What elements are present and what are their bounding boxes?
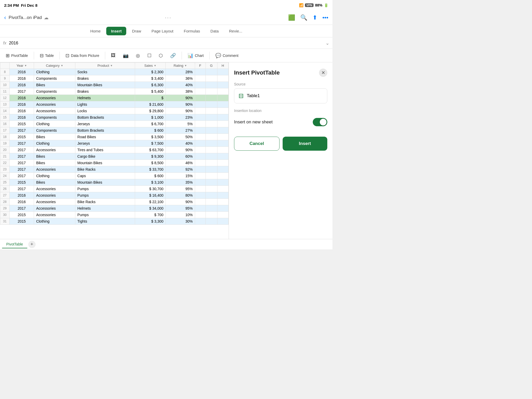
cell-product[interactable]: Bike Racks xyxy=(75,166,135,173)
cell-category[interactable]: Bikes xyxy=(34,179,75,186)
cell-sales[interactable]: $ 33,700 xyxy=(135,166,166,173)
cell-sales[interactable]: $ 1,000 xyxy=(135,114,166,121)
table-row[interactable]: 8 2016 Clothing Socks $ 2,300 28% xyxy=(0,69,229,75)
cell-f[interactable] xyxy=(195,121,205,127)
cell-year[interactable]: 2017 xyxy=(10,166,34,173)
cell-year[interactable]: 2017 xyxy=(10,186,34,192)
tab-home[interactable]: Home xyxy=(85,27,105,35)
year-filter-icon[interactable]: ▼ xyxy=(24,64,27,67)
cell-rating[interactable]: 35% xyxy=(166,179,195,186)
cell-rating[interactable]: 80% xyxy=(166,192,195,199)
cell-product[interactable]: Pumps xyxy=(75,186,135,192)
cell-rating[interactable]: 90% xyxy=(166,147,195,153)
table-row[interactable]: 28 2016 Accessories Bike Racks $ 22,100 … xyxy=(0,199,229,205)
cell-g[interactable] xyxy=(205,114,217,121)
cell-g[interactable] xyxy=(205,153,217,160)
cell-g[interactable] xyxy=(205,218,217,225)
back-button[interactable]: ‹ xyxy=(4,14,6,21)
shapes-button[interactable]: ◎ xyxy=(133,51,143,60)
cell-year[interactable]: 2017 xyxy=(10,147,34,153)
cell-rating[interactable]: 10% xyxy=(166,212,195,218)
cell-category[interactable]: Accessories xyxy=(34,166,75,173)
cell-g[interactable] xyxy=(205,212,217,218)
sales-filter-icon[interactable]: ▼ xyxy=(154,64,156,67)
cell-sales[interactable]: $ 3,400 xyxy=(135,75,166,82)
cell-f[interactable] xyxy=(195,134,205,140)
cell-h[interactable] xyxy=(217,108,229,114)
table-row[interactable]: 23 2017 Accessories Bike Racks $ 33,700 … xyxy=(0,166,229,173)
cell-product[interactable]: Jerseys xyxy=(75,121,135,127)
cell-year[interactable]: 2016 xyxy=(10,95,34,101)
cell-year[interactable]: 2016 xyxy=(10,101,34,108)
cell-rating[interactable]: 40% xyxy=(166,82,195,88)
cell-product[interactable]: Helmets xyxy=(75,95,135,101)
cell-g[interactable] xyxy=(205,127,217,134)
cancel-button[interactable]: Cancel xyxy=(234,137,280,151)
cell-h[interactable] xyxy=(217,218,229,225)
tab-insert[interactable]: Insert xyxy=(106,27,126,35)
scanner-button[interactable]: ⬡ xyxy=(156,51,165,60)
cell-f[interactable] xyxy=(195,140,205,147)
table-row[interactable]: 11 2017 Components Brakes $ 5,400 38% xyxy=(0,88,229,95)
cell-year[interactable]: 2017 xyxy=(10,173,34,179)
cell-g[interactable] xyxy=(205,160,217,166)
cell-f[interactable] xyxy=(195,88,205,95)
tab-data[interactable]: Data xyxy=(206,27,223,35)
cell-year[interactable]: 2015 xyxy=(10,134,34,140)
pivottable-button[interactable]: ⊞ PivotTable xyxy=(3,51,31,60)
cell-rating[interactable]: 30% xyxy=(166,218,195,225)
cell-rating[interactable]: 38% xyxy=(166,88,195,95)
tab-page-layout[interactable]: Page Layout xyxy=(147,27,178,35)
cell-sales[interactable]: $ 30,700 xyxy=(135,186,166,192)
cell-product[interactable]: Bike Racks xyxy=(75,199,135,205)
formula-expand-icon[interactable]: ⌄ xyxy=(325,40,329,46)
cell-g[interactable] xyxy=(205,88,217,95)
cell-h[interactable] xyxy=(217,173,229,179)
cell-year[interactable]: 2016 xyxy=(10,108,34,114)
cell-h[interactable] xyxy=(217,95,229,101)
table-row[interactable]: 17 2017 Components Bottom Brackets $ 600… xyxy=(0,127,229,134)
cell-year[interactable]: 2016 xyxy=(10,69,34,75)
col-header-sales[interactable]: Sales ▼ xyxy=(135,63,166,69)
cell-sales[interactable]: $ 8,500 xyxy=(135,160,166,166)
cell-category[interactable]: Clothing xyxy=(34,121,75,127)
cell-g[interactable] xyxy=(205,101,217,108)
cell-product[interactable]: Jerseys xyxy=(75,140,135,147)
table-row[interactable]: 9 2016 Components Brakes $ 3,400 36% xyxy=(0,75,229,82)
cell-f[interactable] xyxy=(195,69,205,75)
cell-sales[interactable]: $ 5,400 xyxy=(135,88,166,95)
insert-new-sheet-toggle[interactable] xyxy=(313,118,327,126)
cell-sales[interactable]: $ 21,600 xyxy=(135,101,166,108)
cell-f[interactable] xyxy=(195,192,205,199)
cell-category[interactable]: Accessories xyxy=(34,108,75,114)
cell-category[interactable]: Accessories xyxy=(34,147,75,153)
table-row[interactable]: 26 2017 Accessories Pumps $ 30,700 95% xyxy=(0,186,229,192)
cell-f[interactable] xyxy=(195,82,205,88)
spreadsheet[interactable]: Year ▼ Category ▼ Product ▼ xyxy=(0,62,229,239)
cell-product[interactable]: Bottom Brackets xyxy=(75,114,135,121)
cell-category[interactable]: Components xyxy=(34,114,75,121)
cell-rating[interactable]: 95% xyxy=(166,186,195,192)
cell-g[interactable] xyxy=(205,140,217,147)
table-row[interactable]: 24 2017 Clothing Caps $ 600 15% xyxy=(0,173,229,179)
cell-sales[interactable]: $ 600 xyxy=(135,127,166,134)
cell-year[interactable]: 2017 xyxy=(10,127,34,134)
cell-h[interactable] xyxy=(217,205,229,212)
table-row[interactable]: 12 2016 Accessories Helmets $ 90% xyxy=(0,95,229,101)
cell-h[interactable] xyxy=(217,101,229,108)
cell-h[interactable] xyxy=(217,140,229,147)
cell-rating[interactable]: 40% xyxy=(166,140,195,147)
cell-year[interactable]: 2016 xyxy=(10,199,34,205)
cell-category[interactable]: Accessories xyxy=(34,199,75,205)
cell-rating[interactable]: 46% xyxy=(166,160,195,166)
cell-category[interactable]: Clothing xyxy=(34,218,75,225)
cell-f[interactable] xyxy=(195,199,205,205)
cell-year[interactable]: 2015 xyxy=(10,212,34,218)
cell-f[interactable] xyxy=(195,173,205,179)
col-header-product[interactable]: Product ▼ xyxy=(75,63,135,69)
panel-close-button[interactable]: ✕ xyxy=(319,69,327,77)
cell-h[interactable] xyxy=(217,179,229,186)
images-button[interactable]: 🖼 xyxy=(108,51,118,60)
cell-product[interactable]: Brakes xyxy=(75,75,135,82)
col-header-f[interactable]: F xyxy=(195,63,205,69)
